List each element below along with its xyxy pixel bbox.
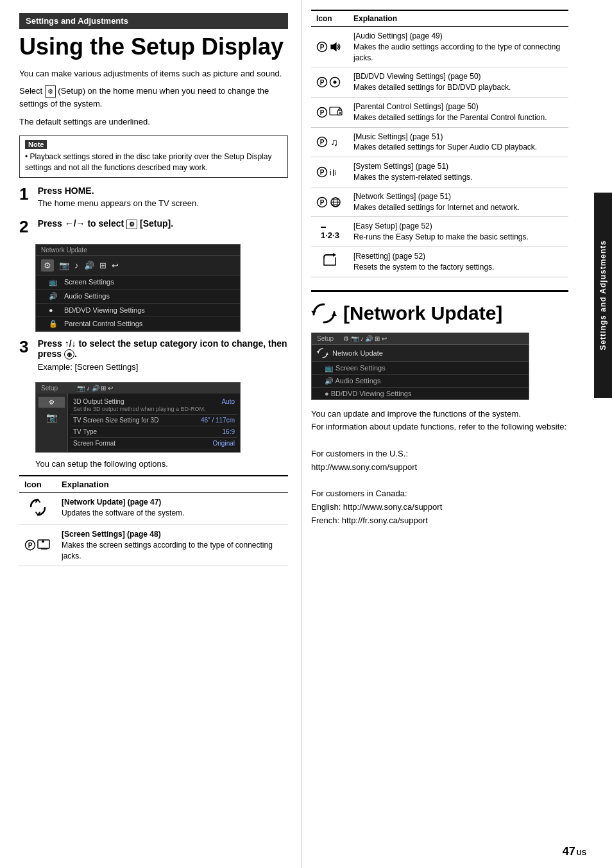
system-desc: Makes the system-related settings. xyxy=(353,173,472,182)
menu-icon-camera: 📷 xyxy=(59,261,69,270)
svg-marker-8 xyxy=(331,43,336,51)
easy-setup-cell: [Easy Setup] (page 52) Re-runs the Easy … xyxy=(348,217,568,247)
icon-cell-reset xyxy=(311,247,348,277)
network-update-para-2: For information about update functions, … xyxy=(311,421,568,434)
lower-table-explanation-header: Explanation xyxy=(56,476,288,493)
network-update-large-icon xyxy=(311,302,337,325)
easy-setup-title: [Easy Setup] (page 52) xyxy=(353,221,432,230)
page-number-suffix: US xyxy=(577,849,586,856)
network-mockup-top-bar: Setup ⚙ 📷 ♪ 🔊 ⊞ ↩ xyxy=(312,333,529,345)
audio-icon-group: P xyxy=(316,41,343,53)
settings-sidebar-screen: 📷 xyxy=(38,410,65,424)
svg-rect-4 xyxy=(42,541,44,542)
settings-sidebar-setup: ⚙ xyxy=(38,397,65,408)
step-3-content: Press ↑/↓ to select the setup category i… xyxy=(38,338,287,373)
step-3-number: 3 xyxy=(19,338,35,355)
menu-icon-setup: ⚙ xyxy=(41,259,54,272)
p-circle-icon: P xyxy=(24,539,36,551)
settings-mockup: Setup 📷 ♪ 🔊 ⊞ ↩ ⚙ 📷 3D Output SettingSet… xyxy=(35,382,241,453)
menu-icon-grid: ⊞ xyxy=(99,261,106,270)
svg-marker-39 xyxy=(326,353,328,355)
network-update-cell: [Network Update] (page 47) Updates the s… xyxy=(56,493,288,525)
network-menu-mockup: Setup ⚙ 📷 ♪ 🔊 ⊞ ↩ Network Update 📺 Scree… xyxy=(311,333,529,400)
step-1-number: 1 xyxy=(19,186,35,202)
step-2-number: 2 xyxy=(19,218,35,235)
parental-monitor-lock xyxy=(329,107,343,118)
icon-cell-screen-settings: P xyxy=(19,525,56,566)
menu-icons-row: ⚙ 📷 ♪ 🔊 ⊞ ↩ xyxy=(36,256,240,275)
network-mockup-audio-row: 🔊 Audio Settings xyxy=(312,375,529,388)
svg-text:P: P xyxy=(28,542,33,549)
bd-desc: Makes detailed settings for BD/DVD playb… xyxy=(353,83,511,92)
note-label: Note xyxy=(25,140,47,149)
svg-marker-35 xyxy=(333,253,336,257)
parental-title: [Parental Control Settings] (page 50) xyxy=(353,102,479,111)
reset-icon xyxy=(320,252,339,268)
parental-desc: Makes detailed settings for the Parental… xyxy=(353,113,547,122)
page-title: Using the Setup Display xyxy=(19,34,288,60)
globe-icon xyxy=(329,196,342,208)
menu-row-icon-audio: 🔊 xyxy=(49,292,60,300)
icon-cell-network-settings: P xyxy=(311,187,348,217)
enter-button-icon: ⊕ xyxy=(64,349,74,360)
p-circle-bd: P xyxy=(316,76,328,88)
svg-marker-36 xyxy=(311,311,316,315)
network-update-title: [Network Update] (page 47) xyxy=(62,498,161,507)
intro-para-2: Select ⚙ (Setup) on the home menu when y… xyxy=(19,85,288,110)
menu-row-bd: ● BD/DVD Viewing Settings xyxy=(36,304,240,317)
note-text: • Playback settings stored in the disc t… xyxy=(25,152,282,173)
table-row: [Network Update] (page 47) Updates the s… xyxy=(19,493,288,525)
menu-mockup-top: Network Update xyxy=(36,245,240,256)
intro-para-1: You can make various adjustments of item… xyxy=(19,67,288,80)
svg-point-12 xyxy=(334,81,337,84)
right-table-explanation-header: Explanation xyxy=(348,10,568,27)
icon-cell-easy-setup: 1·2·3 xyxy=(311,217,348,247)
svg-text:P: P xyxy=(320,79,325,86)
right-icon-table: Icon Explanation P xyxy=(311,10,568,277)
bd-icon-group: P xyxy=(316,76,343,88)
menu-icon-speaker: 🔊 xyxy=(84,261,94,270)
music-icon-group: P ♫ xyxy=(316,136,343,148)
easy-setup-icon: 1·2·3 xyxy=(319,224,340,239)
svg-rect-17 xyxy=(339,112,341,114)
network-update-canada-label: For customers in Canada: xyxy=(311,487,568,501)
setup-select-icon: ⚙ xyxy=(126,220,137,229)
step-1-content: Press HOME. The home menu appears on the… xyxy=(38,186,287,209)
step-2-title: Press ←/→ to select ⚙ [Setup]. xyxy=(38,218,287,229)
svg-text:P: P xyxy=(320,109,325,116)
network-update-body: You can update and improve the functions… xyxy=(311,408,568,528)
table-row: 1·2·3 [Easy Setup] (page 52) Re-runs the… xyxy=(311,217,568,247)
settings-mockup-body: ⚙ 📷 3D Output SettingSet the 3D output m… xyxy=(36,394,240,452)
step-3: 3 Press ↑/↓ to select the setup category… xyxy=(19,338,288,373)
network-settings-cell: [Network Settings] (page 51) Makes detai… xyxy=(348,187,568,217)
svg-marker-37 xyxy=(332,312,337,316)
setup-icon: ⚙ xyxy=(45,85,56,98)
table-row: P [Audio Settings] (page 49) Makes the a… xyxy=(311,27,568,67)
lower-icon-table: Icon Explanation [Network U xyxy=(19,475,288,566)
settings-main: 3D Output SettingSet the 3D output metho… xyxy=(68,394,240,452)
icon-cell-parental: P xyxy=(311,97,348,127)
network-update-us-label: For customers in the U.S.: xyxy=(311,447,568,461)
step-1-title: Press HOME. xyxy=(38,186,287,196)
step-3-title: Press ↑/↓ to select the setup category i… xyxy=(38,338,287,360)
system-cell: [System Settings] (page 51) Makes the sy… xyxy=(348,157,568,187)
icon-cell-audio: P xyxy=(311,27,348,67)
network-mockup-bd-row: ● BD/DVD Viewing Settings xyxy=(312,388,529,399)
step-3-desc: Example: [Screen Settings] xyxy=(38,361,287,373)
bd-title: [BD/DVD Viewing Settings] (page 50) xyxy=(353,72,481,81)
menu-row-icon-parental: 🔒 xyxy=(49,320,60,328)
table-row: [Resetting] (page 52) Resets the system … xyxy=(311,247,568,277)
audio-cell: [Audio Settings] (page 49) Makes the aud… xyxy=(348,27,568,67)
network-settings-desc: Makes detailed settings for Internet and… xyxy=(353,203,520,212)
reset-cell: [Resetting] (page 52) Resets the system … xyxy=(348,247,568,277)
easy-setup-desc: Re-runs the Easy Setup to make the basic… xyxy=(353,232,529,241)
step-2: 2 Press ←/→ to select ⚙ [Setup]. xyxy=(19,218,288,235)
audio-title: [Audio Settings] (page 49) xyxy=(353,31,443,40)
svg-text:P: P xyxy=(320,169,325,176)
svg-text:P: P xyxy=(320,44,325,51)
menu-row-audio: 🔊 Audio Settings xyxy=(36,290,240,304)
network-update-para-1: You can update and improve the functions… xyxy=(311,408,568,421)
step-1: 1 Press HOME. The home menu appears on t… xyxy=(19,186,288,209)
screen-settings-icon-group: P xyxy=(24,539,51,551)
left-column: Settings and Adjustments Using the Setup… xyxy=(0,0,302,868)
